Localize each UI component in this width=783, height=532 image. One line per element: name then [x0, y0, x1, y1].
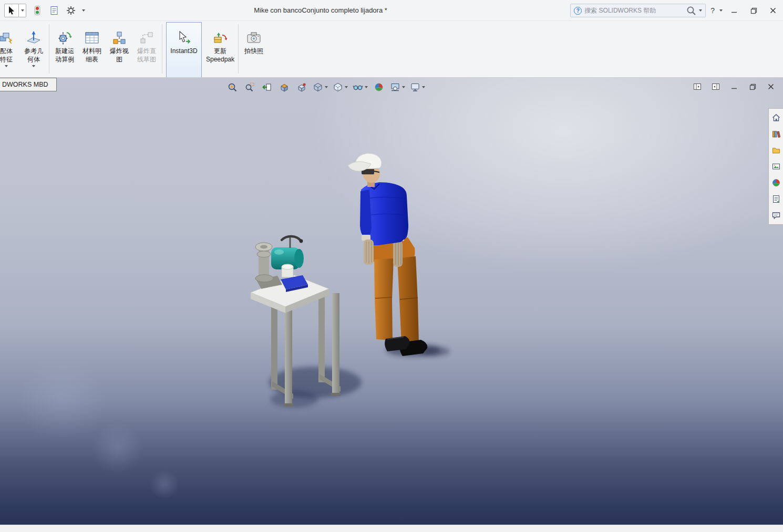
ribbon-label: 爆炸直 [137, 47, 156, 55]
pane-toggle-left-icon[interactable] [693, 82, 702, 91]
view-palette-icon[interactable] [770, 161, 782, 172]
ribbon-button-reference-geometry[interactable]: 参考几 何体 [20, 22, 47, 77]
search-input[interactable] [584, 7, 684, 14]
apply-scene-dropdown-icon[interactable] [402, 86, 405, 88]
custom-properties-icon[interactable] [770, 193, 782, 205]
titlebar-right: ? ? [570, 0, 781, 21]
view-orientation-dropdown-icon[interactable] [325, 86, 328, 88]
ribbon-button-instant3d[interactable]: Instant3D [166, 22, 202, 78]
search-dropdown-icon[interactable] [699, 9, 702, 12]
cursor-arrow-icon [8, 6, 15, 15]
ribbon-label: 图 [116, 55, 122, 64]
doc-close-button[interactable] [766, 82, 776, 91]
section-view-icon[interactable] [278, 81, 291, 93]
annotation-views-icon[interactable] [295, 81, 308, 93]
ribbon-toolbar: 配体 特征 参考几 何体 新建运 动算例 材料明 细表 [0, 21, 783, 78]
ribbon-button-exploded-view[interactable]: 爆炸视 图 [106, 22, 133, 77]
ribbon-label: 线草图 [137, 55, 156, 64]
zoom-to-fit-icon[interactable] [226, 81, 239, 93]
help-circle-icon: ? [574, 7, 582, 15]
quick-access-toolbar [4, 4, 85, 17]
ribbon-label: 配体 [0, 47, 13, 55]
instant3d-icon [176, 29, 192, 47]
minimize-button[interactable] [726, 4, 742, 17]
options-gear-icon[interactable] [65, 5, 77, 16]
home-icon[interactable] [770, 112, 782, 123]
close-button[interactable] [765, 4, 781, 17]
hide-show-items-dropdown-icon[interactable] [365, 86, 368, 88]
document-window-controls [693, 82, 776, 91]
ribbon-label: 更新 [214, 47, 226, 55]
solidworks-window: Mike con bancoConjunto completo lijadora… [0, 0, 783, 532]
ribbon-label: Speedpak [206, 55, 234, 64]
reference-geometry-icon [26, 29, 42, 47]
assembly-features-dropdown-icon[interactable] [5, 65, 8, 67]
headsup-toolbar [226, 81, 425, 93]
new-motion-study-icon [57, 29, 73, 47]
workbench-shadow [269, 367, 362, 408]
assembly-features-icon [0, 29, 14, 47]
ribbon-label: 新建运 [55, 47, 74, 55]
document-list-icon[interactable] [48, 5, 60, 16]
display-style-dropdown-icon[interactable] [345, 86, 348, 88]
pane-toggle-right-icon[interactable] [711, 82, 720, 91]
ribbon-label: Instant3D [170, 47, 197, 55]
ribbon-divider [238, 24, 239, 74]
ribbon-button-assembly-features[interactable]: 配体 特征 [0, 22, 20, 77]
view-settings-dropdown-icon[interactable] [422, 86, 425, 88]
appearances-icon[interactable] [770, 177, 782, 189]
view-orientation-icon[interactable] [313, 81, 328, 93]
previous-view-icon[interactable] [261, 81, 273, 93]
display-style-icon[interactable] [333, 81, 348, 93]
ribbon-label: 拍快照 [244, 47, 263, 55]
ribbon-label: 参考几 [24, 47, 43, 55]
mannequin-model[interactable] [348, 153, 427, 356]
graphics-viewport[interactable]: DWORKS MBD [0, 78, 783, 525]
hide-show-items-icon[interactable] [353, 81, 368, 93]
doc-minimize-button[interactable] [729, 82, 739, 91]
ribbon-button-bill-of-materials[interactable]: 材料明 细表 [78, 22, 106, 77]
ribbon-button-explode-line-sketch: 爆炸直 线草图 [133, 22, 160, 77]
exploded-view-icon [111, 29, 127, 47]
help-dropdown-icon[interactable] [719, 9, 723, 12]
traffic-light-icon[interactable] [32, 5, 43, 16]
options-dropdown-icon[interactable] [82, 9, 85, 12]
titlebar: Mike con bancoConjunto completo lijadora… [0, 0, 783, 21]
bill-of-materials-icon [84, 29, 100, 47]
ribbon-divider [162, 24, 162, 74]
ribbon-label: 特征 [0, 55, 13, 64]
search-icon[interactable] [686, 6, 696, 16]
explode-line-sketch-icon [139, 29, 154, 47]
select-tool-button[interactable] [4, 4, 19, 17]
reference-geometry-dropdown-icon[interactable] [32, 65, 35, 67]
ribbon-button-update-speedpak[interactable]: 更新 Speedpak [204, 22, 236, 77]
maximize-restore-button[interactable] [746, 4, 761, 17]
select-tool-combo [4, 4, 26, 17]
ribbon-label: 爆炸视 [110, 47, 129, 55]
update-speedpak-icon [212, 29, 228, 47]
design-library-icon[interactable] [770, 128, 782, 140]
ribbon-divider [49, 24, 49, 74]
doc-restore-button[interactable] [748, 82, 757, 91]
ribbon-button-take-snapshot[interactable]: 拍快照 [240, 22, 267, 77]
view-settings-icon[interactable] [410, 81, 425, 93]
forum-icon[interactable] [770, 210, 782, 221]
zoom-to-area-icon[interactable] [243, 81, 256, 93]
apply-scene-icon[interactable] [390, 81, 405, 93]
ribbon-label: 材料明 [83, 47, 101, 55]
edit-appearance-icon[interactable] [373, 81, 385, 93]
select-tool-dropdown[interactable] [19, 4, 26, 17]
window-title: Mike con bancoConjunto completo lijadora… [84, 0, 557, 21]
ribbon-button-new-motion-study[interactable]: 新建运 动算例 [51, 22, 78, 77]
file-explorer-icon[interactable] [770, 144, 782, 156]
viewport-3d-scene[interactable] [0, 78, 783, 525]
status-bar [0, 525, 783, 532]
task-pane-tabs [768, 108, 783, 225]
ribbon-label: 动算例 [55, 55, 74, 64]
tab-solidworks-mbd[interactable]: DWORKS MBD [0, 78, 57, 91]
ribbon-label: 细表 [86, 55, 98, 64]
take-snapshot-icon [246, 29, 262, 47]
search-box: ? [570, 4, 706, 17]
help-button[interactable]: ? [709, 6, 716, 15]
ribbon-label: 何体 [27, 55, 40, 64]
